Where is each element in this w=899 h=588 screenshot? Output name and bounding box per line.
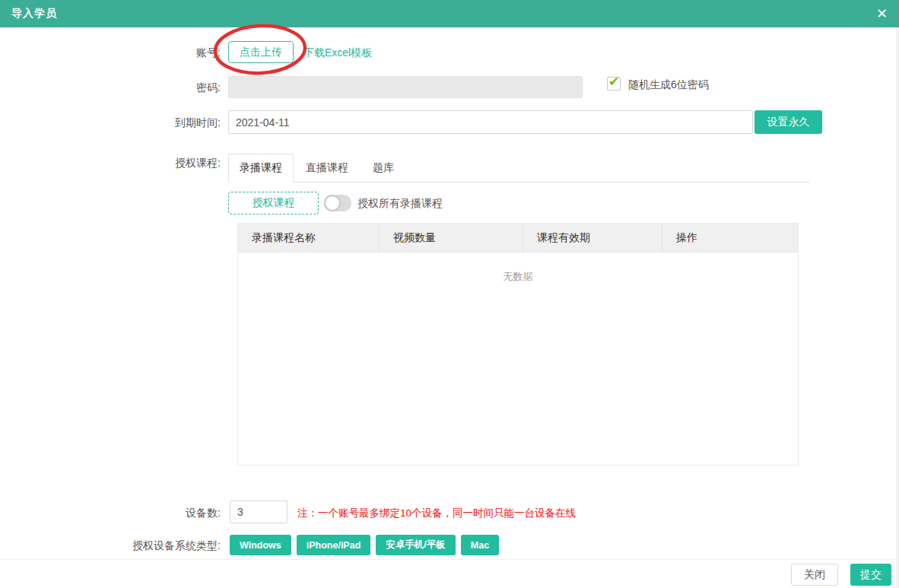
expiry-label: 到期时间: — [0, 116, 221, 130]
courses-label: 授权课程: — [0, 157, 221, 170]
device-type-android[interactable]: 安卓手机/平板 — [376, 535, 455, 555]
authorize-all-toggle-label: 授权所有录播课程 — [357, 197, 443, 211]
course-table-header: 录播课程名称 视频数量 课程有效期 操作 — [238, 224, 798, 253]
random-password-checkbox[interactable]: ✔ — [607, 77, 621, 91]
device-type-iphone-ipad[interactable]: iPhone/iPad — [297, 535, 371, 555]
import-student-dialog: 导入学员 ✕ 账号: 点击上传 下载Excel模板 密码: ✔ 随机生成6位密码… — [0, 0, 899, 588]
device-type-windows[interactable]: Windows — [230, 535, 291, 555]
device-count-input[interactable] — [230, 501, 287, 523]
close-button[interactable]: 关闭 — [791, 564, 838, 586]
column-course-name: 录播课程名称 — [238, 224, 380, 252]
account-label: 账号: — [0, 46, 221, 60]
authorize-courses-button[interactable]: 授权课程 — [228, 192, 319, 215]
device-type-mac[interactable]: Mac — [461, 535, 499, 555]
device-limit-note: 注：一个账号最多绑定10个设备，同一时间只能一台设备在线 — [297, 507, 576, 520]
device-type-buttons: Windows iPhone/iPad 安卓手机/平板 Mac — [230, 535, 499, 555]
set-forever-button[interactable]: 设置永久 — [754, 110, 822, 134]
device-count-label: 设备数: — [0, 507, 221, 520]
dialog-title: 导入学员 — [11, 7, 57, 21]
device-type-label: 授权设备系统类型: — [0, 539, 221, 553]
password-label: 密码: — [0, 81, 221, 95]
column-actions: 操作 — [662, 224, 798, 252]
footer-divider — [0, 559, 899, 560]
empty-state-text: 无数据 — [238, 270, 798, 284]
random-password-label: 随机生成6位密码 — [628, 78, 709, 92]
submit-button[interactable]: 提交 — [850, 564, 891, 586]
upload-button[interactable]: 点击上传 — [228, 41, 294, 63]
tab-live-courses[interactable]: 直播课程 — [294, 154, 361, 182]
course-table: 录播课程名称 视频数量 课程有效期 操作 无数据 — [237, 223, 799, 466]
password-input[interactable] — [228, 76, 583, 98]
check-icon: ✔ — [608, 75, 619, 90]
expiry-date-input[interactable] — [228, 110, 753, 134]
toggle-knob — [324, 195, 341, 211]
close-icon[interactable]: ✕ — [876, 7, 888, 21]
tab-question-bank[interactable]: 题库 — [361, 154, 406, 182]
column-video-count: 视频数量 — [380, 224, 523, 252]
column-validity: 课程有效期 — [523, 224, 662, 252]
course-tabbar: 录播课程 直播课程 题库 — [228, 154, 810, 183]
tab-recorded-courses[interactable]: 录播课程 — [228, 154, 294, 183]
download-excel-template-link[interactable]: 下载Excel模板 — [303, 46, 372, 60]
dialog-header: 导入学员 ✕ — [0, 0, 899, 27]
authorize-all-toggle[interactable] — [324, 195, 351, 211]
